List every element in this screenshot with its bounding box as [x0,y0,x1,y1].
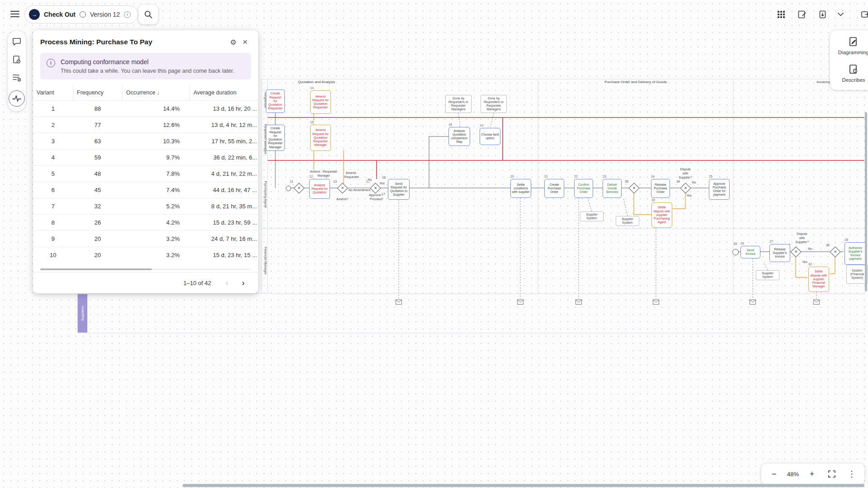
message-envelope-icon [576,298,582,306]
gateway-join-1[interactable]: × [293,183,304,193]
task-send-rfq[interactable]: Send Request for Quotation to Supplier [388,179,410,200]
event-start[interactable] [286,186,291,191]
version-info-icon[interactable]: i [124,11,131,18]
suppliers-pool-label[interactable]: Suppliers [78,294,87,333]
gateway-number: 34 [676,180,680,184]
task-supplier-system-1[interactable]: Supplier System [580,211,604,221]
tab-describes[interactable]: Describes [830,64,868,83]
task-confirm-po[interactable]: Confirm Purchase Order22 [574,179,593,198]
task-deliver-goods[interactable]: Deliver Goods Services23 [603,179,622,198]
model-settings-button[interactable] [11,54,22,65]
table-cell: 1 [33,101,73,117]
table-cell: 20 [73,231,123,247]
gateway-dispute-inv[interactable]: × [790,246,801,257]
gateway-amend[interactable]: × [337,183,348,193]
table-row[interactable]: 7325.2%8 d, 21 hr, 35 m...6 d, 1 hr [33,198,258,215]
zoom-out-button[interactable]: − [767,467,781,481]
table-cell: 4.2% [123,215,190,231]
table-cell: 3 [33,133,73,150]
export-options-button[interactable] [835,6,845,23]
column-header-occurrence[interactable]: Occurrence↓ [123,85,190,101]
fit-to-screen-button[interactable] [825,467,839,481]
table-cell: 17 hr, 55 min, 2... [190,133,259,150]
table-cell: 88 [73,101,123,117]
table-row[interactable]: 4599.7%36 d, 22 min, 6...14 d, 1 hr [33,150,258,166]
panel-settings-button[interactable]: ⚙ [227,36,239,48]
table-cell: 9.7% [123,150,190,166]
task-release-po[interactable]: Release Purchase Order24 [651,179,670,198]
next-page-button[interactable]: › [236,276,250,290]
apps-grid-button[interactable] [773,6,789,23]
task-create-po[interactable]: Create Purchase Order21 [544,179,564,198]
task-choose-best-option[interactable]: Choose best option19 [480,128,500,145]
table-row[interactable]: 6457.4%44 d, 16 hr, 47 ...15 d, 16 h [33,182,258,198]
table-row[interactable]: 36310.3%17 hr, 55 min, 2...18 hr, 5 m [33,133,258,150]
column-header-variant[interactable]: Variant [33,85,73,101]
gateway-merge-36[interactable]: × [830,246,840,257]
previous-page-button[interactable]: ‹ [220,276,234,290]
task-supplier-system-3[interactable]: Supplier System [756,270,779,280]
message-envelope-icon [517,298,524,306]
task-settle-conditions[interactable]: Settle conditions with supplier20 [510,179,531,198]
comments-button[interactable] [11,36,22,47]
task-approve-po[interactable]: Approve Purchase Order for payment25 [709,179,730,200]
sort-descending-icon: ↓ [157,90,160,95]
task-create-rfq-manager[interactable]: Create Request for Quotation Requester M… [266,125,285,151]
task-done-note-1[interactable]: Done by Requesters or Requester Managers [445,95,472,113]
right-sidebar: Diagramming Describes [830,30,868,90]
document-gear-icon [12,55,21,64]
table-cell: 15 d, 23 hr, 15 ... [190,247,259,263]
tab-diagramming[interactable]: Diagramming [830,37,868,55]
task-settle-dispute-pa[interactable]: Settle dispute with supplier Purchasing … [651,202,672,228]
zoom-in-button[interactable]: + [805,467,819,481]
export-document-button[interactable] [815,6,831,23]
app: Quotation and AnalysisPurchase Order and… [0,0,868,488]
task-done-note-2[interactable]: Done by Requesters or Requester Managers [481,95,507,113]
table-row[interactable]: 27712.6%13 d, 4 hr, 12 m...12 d, 7 hr [33,117,258,133]
describes-label: Describes [842,77,865,83]
task-send-invoice[interactable]: Send Invoice26 [741,246,760,258]
task-settle-dispute-fm[interactable]: Settle dispute with supplier Financial M… [808,267,829,292]
event-message-start-invoice[interactable] [732,249,739,255]
zoom-toolbar: − 48% + ⋮ [761,464,864,484]
create-note-button[interactable] [794,6,810,23]
table-row[interactable]: 10203.2%15 d, 23 hr, 15 ...9 d, 13 hr [33,247,258,263]
hamburger-menu-icon[interactable] [8,7,22,21]
table-cell: 8 [33,215,73,231]
diagram-label: Amend - Requester [344,171,359,179]
gateway-dispute-po[interactable]: × [680,183,691,193]
task-create-rfq-requester[interactable]: Create Request for Quotation Requester [266,89,285,113]
task-amend-rfq-manager[interactable]: Amend Request for Quotation Requester Ma… [310,125,331,151]
table-cell: 2 [33,117,73,133]
table-row[interactable]: 8264.2%15 d, 23 hr, 59 ...13 d, 18 h [33,215,258,231]
vertical-scrollbar[interactable] [865,112,867,291]
task-analyze-quotation[interactable]: Analyze Quotation comparison Map18 [448,127,470,146]
gateway-merge-35[interactable]: × [628,183,639,193]
task-authorize-invoice[interactable]: Authorize Supplier's Invoice payment28 [844,242,866,265]
task-release-invoice[interactable]: Release Supplier's Invoice27 [769,244,790,262]
table-cell: 44 d, 16 hr, 47 ... [190,182,259,198]
checkout-version-pill[interactable]: → Check Out Version 12 i [24,5,138,23]
task-supplier-system-2[interactable]: Supplier System [616,216,639,226]
list-info-icon [12,73,21,82]
task-analyze-rfq[interactable]: Analyze Request for Quotation12 [309,179,330,199]
process-mining-button[interactable] [9,90,25,107]
task-amend-rfq-requester[interactable]: Amend Request for Quotation Requester14 [310,90,331,114]
grid-icon [777,10,785,19]
table-cell: 7.8% [123,166,190,182]
share-button[interactable] [857,6,868,23]
table-row[interactable]: 9203.2%24 d, 7 hr, 16 m...9 d, 5 hr [33,231,258,247]
attributes-button[interactable] [11,72,22,83]
chevron-down-icon [838,13,844,16]
column-header-average-duration[interactable]: Average duration [190,85,259,101]
horizontal-scrollbar[interactable] [183,484,864,487]
table-row[interactable]: 5487.8%4 d, 21 hr, 22 m...4 d, 5 hr [33,166,258,182]
panel-close-button[interactable]: × [239,36,251,48]
search-button[interactable] [138,5,158,24]
table-scrollbar-thumb[interactable] [40,268,152,270]
info-icon: i [47,59,55,67]
more-options-button[interactable]: ⋮ [845,467,859,481]
table-row[interactable]: 18814.4%13 d, 16 hr, 20 ...12 d, 16 hr [33,101,258,117]
column-header-frequency[interactable]: Frequency [73,85,123,101]
diagram-label: Dispute with Supplier? [678,168,693,179]
